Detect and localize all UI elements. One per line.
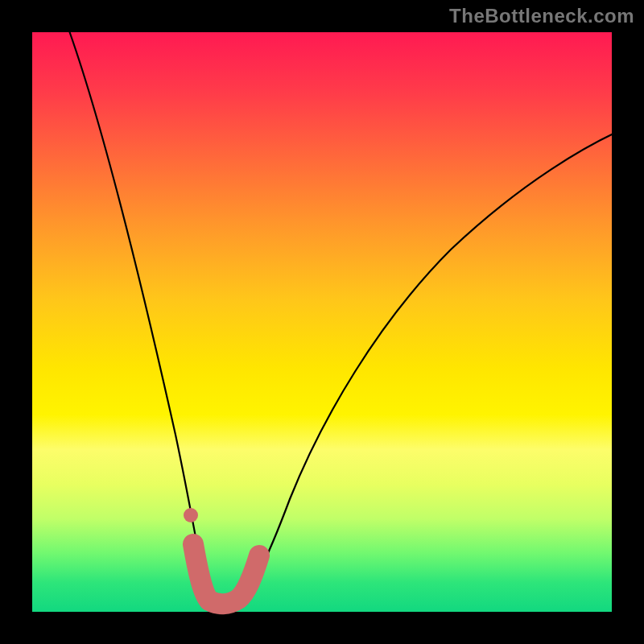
bottleneck-curve-line bbox=[67, 24, 624, 605]
optimal-zone-highlight bbox=[193, 544, 259, 604]
highlight-dot bbox=[184, 508, 198, 522]
plot-area bbox=[32, 32, 612, 612]
chart-frame: TheBottleneck.com bbox=[0, 0, 644, 644]
watermark-text: TheBottleneck.com bbox=[449, 5, 634, 27]
curve-svg bbox=[32, 32, 612, 612]
